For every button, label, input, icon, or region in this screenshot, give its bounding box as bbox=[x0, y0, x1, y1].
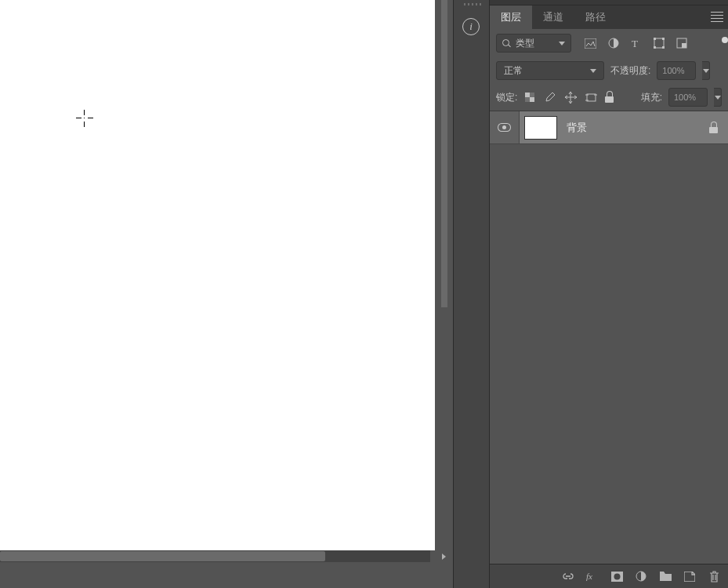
delete-layer-icon[interactable] bbox=[708, 570, 720, 583]
filter-shape-icon[interactable] bbox=[653, 38, 665, 49]
filter-type-icons: T bbox=[585, 38, 687, 49]
new-layer-icon[interactable] bbox=[683, 570, 696, 583]
adjustment-layer-icon[interactable] bbox=[635, 570, 647, 583]
opacity-dropdown-arrow[interactable] bbox=[702, 61, 710, 80]
hscroll-right-cap bbox=[430, 550, 453, 562]
canvas-area bbox=[0, 0, 453, 569]
filter-adjustment-icon[interactable] bbox=[607, 38, 619, 49]
panel-menu-icon[interactable] bbox=[711, 12, 723, 23]
svg-rect-11 bbox=[530, 97, 534, 102]
lock-label: 锁定: bbox=[496, 91, 517, 104]
vertical-scrollbar-thumb[interactable] bbox=[441, 0, 447, 307]
filter-type-icon[interactable]: T bbox=[630, 38, 642, 49]
lock-transparency-icon[interactable] bbox=[523, 91, 536, 103]
document-canvas[interactable] bbox=[0, 0, 435, 558]
layers-bottom-bar: fx bbox=[490, 564, 728, 588]
layer-name: 背景 bbox=[567, 121, 700, 135]
chevron-down-icon bbox=[590, 69, 596, 73]
svg-rect-6 bbox=[654, 46, 656, 49]
lock-all-icon[interactable] bbox=[605, 91, 618, 103]
layer-content[interactable]: 背景 bbox=[520, 111, 728, 143]
svg-text:fx: fx bbox=[586, 572, 592, 581]
filter-kind-label: 类型 bbox=[516, 37, 554, 50]
blend-mode-row: 正常 不透明度: 100% bbox=[490, 57, 728, 84]
svg-text:T: T bbox=[632, 38, 638, 49]
panel-grip-icon[interactable] bbox=[464, 3, 481, 6]
eye-icon bbox=[498, 123, 511, 132]
lock-row: 锁定: 填充: 100% bbox=[490, 84, 728, 111]
chevron-down-icon bbox=[559, 42, 565, 45]
svg-rect-5 bbox=[662, 38, 665, 40]
panel-tabs: 图层 通道 路径 bbox=[490, 5, 728, 29]
filter-pixel-icon[interactable] bbox=[585, 38, 596, 49]
svg-rect-10 bbox=[525, 93, 530, 97]
panel-topbar bbox=[490, 0, 728, 5]
svg-rect-13 bbox=[525, 97, 530, 102]
layer-mask-icon[interactable] bbox=[610, 570, 623, 583]
lock-pixels-icon[interactable] bbox=[544, 91, 556, 103]
filter-smartobject-icon[interactable] bbox=[675, 38, 687, 49]
layer-filter-row: 类型 T bbox=[490, 29, 728, 57]
fill-input[interactable]: 100% bbox=[668, 88, 708, 107]
tab-layers[interactable]: 图层 bbox=[490, 5, 532, 29]
lock-icons bbox=[523, 91, 618, 103]
info-panel-icon[interactable] bbox=[462, 18, 480, 35]
opacity-input[interactable]: 100% bbox=[657, 61, 696, 80]
layer-row[interactable]: 背景 bbox=[490, 111, 728, 144]
svg-point-17 bbox=[614, 573, 620, 579]
svg-rect-9 bbox=[682, 43, 686, 48]
svg-rect-0 bbox=[585, 38, 596, 49]
lock-artboard-icon[interactable] bbox=[585, 91, 597, 103]
tab-channels[interactable]: 通道 bbox=[532, 5, 574, 29]
svg-rect-7 bbox=[662, 46, 665, 49]
canvas-bottom-strip bbox=[0, 562, 453, 569]
layers-panel: 图层 通道 路径 类型 T bbox=[490, 0, 728, 588]
layer-locked-icon bbox=[709, 122, 719, 133]
layer-list: 背景 bbox=[490, 111, 728, 144]
fill-dropdown-arrow[interactable] bbox=[714, 88, 722, 107]
lock-position-icon[interactable] bbox=[564, 91, 577, 103]
scroll-right-arrow-icon[interactable] bbox=[442, 554, 446, 560]
collapsed-panel-dock bbox=[453, 0, 490, 588]
blend-mode-value: 正常 bbox=[504, 64, 523, 78]
filter-kind-dropdown[interactable]: 类型 bbox=[496, 34, 571, 53]
tab-paths[interactable]: 路径 bbox=[574, 5, 617, 29]
filter-toggle-switch[interactable] bbox=[722, 37, 728, 43]
svg-rect-12 bbox=[530, 93, 534, 97]
search-icon bbox=[502, 39, 511, 48]
layer-visibility-toggle[interactable] bbox=[490, 111, 520, 143]
link-layers-icon[interactable] bbox=[562, 570, 574, 583]
blend-mode-dropdown[interactable]: 正常 bbox=[496, 61, 604, 80]
fill-label: 填充: bbox=[641, 91, 662, 104]
horizontal-scrollbar-thumb[interactable] bbox=[0, 551, 325, 561]
layer-thumbnail[interactable] bbox=[524, 116, 557, 140]
chevron-down-icon bbox=[715, 96, 721, 100]
layer-group-icon[interactable] bbox=[659, 570, 672, 583]
horizontal-scrollbar[interactable] bbox=[0, 550, 430, 562]
layer-fx-icon[interactable]: fx bbox=[586, 570, 599, 583]
opacity-label: 不透明度: bbox=[610, 64, 650, 78]
chevron-down-icon bbox=[703, 69, 709, 73]
svg-rect-4 bbox=[654, 38, 656, 40]
